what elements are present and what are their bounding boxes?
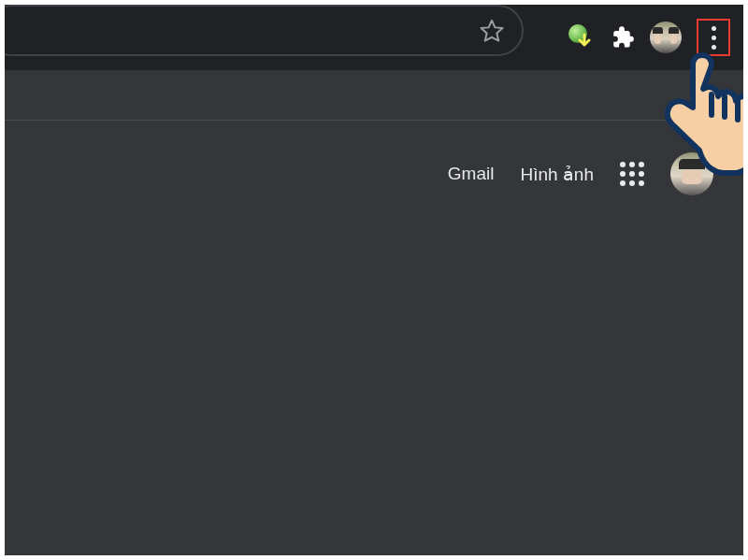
toolbar-actions	[566, 5, 730, 70]
browser-toolbar	[5, 5, 743, 70]
more-vertical-icon	[712, 26, 716, 50]
idm-download-icon[interactable]	[566, 23, 594, 51]
images-link[interactable]: Hình ảnh	[520, 164, 594, 185]
profile-avatar-icon[interactable]	[650, 22, 682, 53]
extensions-puzzle-icon[interactable]	[609, 24, 635, 50]
google-header: Gmail Hình ảnh	[448, 152, 713, 195]
star-outline-icon[interactable]	[479, 18, 505, 44]
chrome-menu-button[interactable]	[697, 19, 730, 56]
gmail-link[interactable]: Gmail	[448, 164, 495, 184]
account-avatar-icon[interactable]	[670, 152, 713, 195]
chrome-window: Gmail Hình ảnh	[5, 5, 743, 555]
google-apps-icon[interactable]	[620, 162, 644, 186]
toolbar-divider	[5, 120, 743, 121]
address-bar[interactable]	[5, 5, 524, 56]
